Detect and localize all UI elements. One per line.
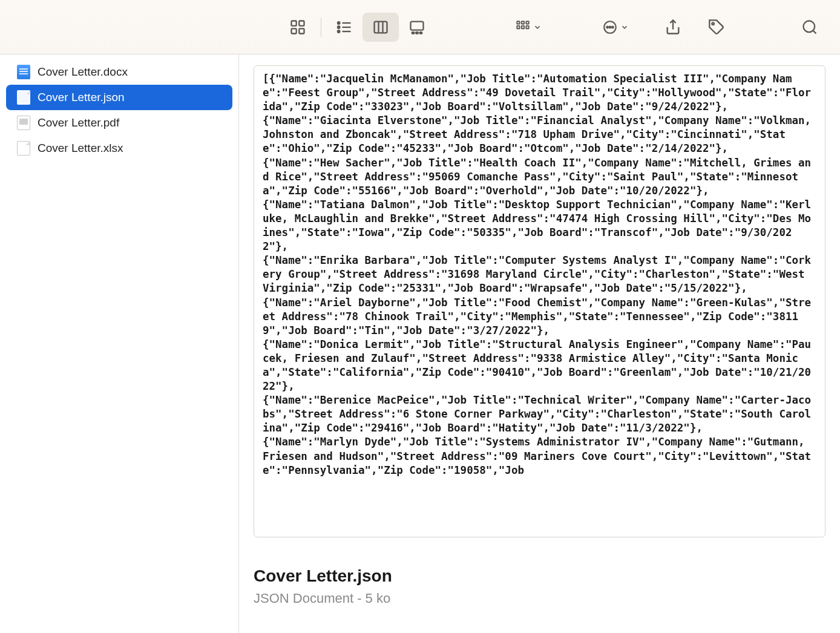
svg-point-8 xyxy=(338,30,340,33)
svg-rect-22 xyxy=(526,25,528,28)
xlsx-file-icon xyxy=(17,141,30,156)
svg-rect-17 xyxy=(517,21,519,24)
view-icons-button[interactable] xyxy=(280,13,316,42)
action-circle-icon xyxy=(602,19,618,35)
share-icon xyxy=(664,19,681,36)
preview-file-meta: JSON Document - 5 ko xyxy=(254,591,825,606)
search-button[interactable] xyxy=(792,13,828,42)
chevron-down-icon xyxy=(620,23,629,31)
view-mode-group xyxy=(280,13,435,42)
action-dropdown[interactable] xyxy=(597,19,634,35)
group-by-dropdown[interactable] xyxy=(510,19,546,35)
file-name-label: Cover Letter.pdf xyxy=(38,116,119,130)
svg-rect-18 xyxy=(522,21,524,24)
file-item-json[interactable]: Cover Letter.json xyxy=(6,85,232,110)
file-item-xlsx[interactable]: Cover Letter.xlsx xyxy=(6,136,232,161)
toolbar xyxy=(0,0,840,54)
view-list-button[interactable] xyxy=(326,13,363,42)
svg-point-29 xyxy=(804,21,815,32)
docx-file-icon xyxy=(17,65,30,79)
gallery-icon xyxy=(409,19,425,36)
tags-button[interactable] xyxy=(698,13,735,42)
svg-rect-14 xyxy=(412,32,415,33)
svg-rect-20 xyxy=(517,25,519,28)
svg-rect-19 xyxy=(526,21,528,24)
pdf-file-icon xyxy=(17,116,30,130)
file-name-label: Cover Letter.json xyxy=(38,91,125,104)
preview-footer: Cover Letter.json JSON Document - 5 ko xyxy=(254,537,825,606)
file-name-label: Cover Letter.xlsx xyxy=(38,142,123,155)
columns-icon xyxy=(372,19,389,36)
main-content: Cover Letter.docx Cover Letter.json Cove… xyxy=(0,54,840,633)
file-name-label: Cover Letter.docx xyxy=(38,65,128,79)
share-button[interactable] xyxy=(655,13,691,42)
svg-rect-21 xyxy=(522,25,524,28)
preview-pane: [{"Name":"Jacquelin McManamon","Job Titl… xyxy=(239,54,840,633)
svg-rect-1 xyxy=(299,21,304,25)
search-icon xyxy=(801,19,818,36)
svg-point-28 xyxy=(712,22,714,25)
svg-rect-16 xyxy=(420,32,422,33)
view-gallery-button[interactable] xyxy=(399,13,435,42)
preview-filename: Cover Letter.json xyxy=(254,566,825,586)
view-columns-button[interactable] xyxy=(363,13,399,42)
file-item-docx[interactable]: Cover Letter.docx xyxy=(6,59,232,85)
file-list-sidebar: Cover Letter.docx Cover Letter.json Cove… xyxy=(0,54,239,633)
svg-line-30 xyxy=(813,30,816,33)
svg-rect-3 xyxy=(299,28,304,33)
svg-point-25 xyxy=(609,26,611,28)
file-item-pdf[interactable]: Cover Letter.pdf xyxy=(6,110,232,136)
chevron-down-icon xyxy=(533,23,542,31)
list-icon xyxy=(336,19,353,36)
svg-point-26 xyxy=(612,26,614,28)
svg-point-24 xyxy=(606,26,608,28)
svg-rect-13 xyxy=(411,21,424,30)
tag-icon xyxy=(708,19,725,36)
svg-rect-2 xyxy=(292,28,297,33)
svg-rect-0 xyxy=(292,21,297,25)
svg-point-6 xyxy=(338,26,340,28)
svg-rect-15 xyxy=(416,32,418,33)
svg-rect-10 xyxy=(375,21,387,33)
svg-point-4 xyxy=(338,22,340,24)
group-icon xyxy=(515,19,531,35)
grid-icon xyxy=(289,19,306,36)
file-preview-content[interactable]: [{"Name":"Jacquelin McManamon","Job Titl… xyxy=(254,65,825,537)
json-file-icon xyxy=(17,90,30,105)
